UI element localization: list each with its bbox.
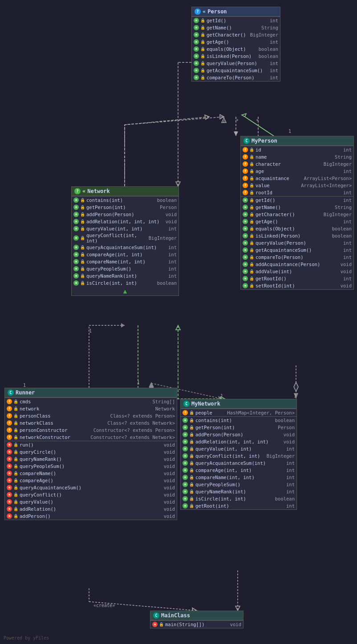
table-row: m 🔒 compareName() void <box>5 470 177 477</box>
svg-text:*: * <box>236 119 239 123</box>
person-class: ? « Person m 🔒 getId() int m 🔒 getName()… <box>191 7 280 82</box>
svg-marker-1 <box>234 131 238 136</box>
table-row: m 🔒 main(String[]) void <box>150 621 243 628</box>
svg-marker-13 <box>121 323 125 328</box>
table-row: m 🔒 addRelation(int, int, int) void <box>72 218 178 225</box>
mainclass-title: MainClass <box>161 612 190 619</box>
person-title: Person <box>207 8 227 15</box>
table-row: m 🔒 queryConflict() void <box>5 491 177 498</box>
method-icon: m <box>194 75 199 80</box>
table-row: m 🔒 addPerson(Person) void <box>72 211 178 218</box>
table-row: m 🔒 compareAge() void <box>5 477 177 484</box>
table-row: m 🔒 addValue(int) void <box>241 268 353 275</box>
table-row: m 🔒 run() void <box>5 441 177 448</box>
mainclass-icon: C <box>153 612 159 619</box>
table-row: f 🔒 networkClass Class<? extends Network… <box>5 419 177 427</box>
svg-text:«create»: «create» <box>93 603 115 608</box>
svg-line-39 <box>245 117 274 136</box>
table-row: m 🔒 compareAge(int, int) int <box>72 251 178 258</box>
table-row: m 🔒 queryValue(Person) int <box>192 60 280 67</box>
table-row: m 🔒 queryAcquaintanceSum() void <box>5 484 177 491</box>
method-icon: m <box>194 18 199 23</box>
table-row: m 🔒 queryNameRank() void <box>5 455 177 463</box>
table-row: f 🔒 id int <box>241 146 353 153</box>
svg-marker-6 <box>176 182 180 186</box>
table-row: m 🔒 addAcquaintance(Person) void <box>241 261 353 268</box>
runner-icon: C <box>8 390 14 396</box>
table-row: m 🔒 isCircle(int, int) boolean <box>72 279 178 287</box>
svg-text:*: * <box>256 119 259 123</box>
person-header: ? « Person <box>192 7 280 16</box>
runner-title: Runner <box>16 390 35 396</box>
myperson-header: C MyPerson <box>241 136 353 146</box>
table-row: f 🔒 network Network <box>5 405 177 412</box>
method-icon: m <box>194 61 199 66</box>
svg-line-23 <box>89 602 197 611</box>
svg-line-8 <box>125 117 224 125</box>
table-row: f 🔒 name String <box>241 153 353 160</box>
svg-marker-42 <box>176 325 180 330</box>
table-row: m 🔒 contains(int) boolean <box>181 417 296 424</box>
network-title: Network <box>87 188 110 194</box>
table-row: m 🔒 getName() String <box>241 204 353 211</box>
table-row: f 🔒 acquaintance ArrayList<Person> <box>241 175 353 182</box>
table-row: m 🔒 queryAcquaintanceSum(int) int <box>72 244 178 251</box>
mynetwork-class: C MyNetwork f 🔒 people HashMap<Integer, … <box>180 399 297 510</box>
table-row: m 🔒 setRootId(int) void <box>241 282 353 289</box>
table-row: f 🔒 networkConstructor Constructor<? ext… <box>5 434 177 441</box>
table-row: m 🔒 queryPeopleSum() int <box>72 265 178 272</box>
mynetwork-title: MyNetwork <box>191 401 220 407</box>
table-row: m 🔒 addRelation() void <box>5 505 177 513</box>
table-row: m 🔒 queryPeopleSum() void <box>5 463 177 470</box>
svg-text:1: 1 <box>294 394 296 398</box>
network-icon: ? <box>74 188 81 194</box>
method-icon: m <box>194 32 199 37</box>
table-row: m 🔒 queryPeopleSum() int <box>181 481 296 488</box>
table-row: f 🔒 people HashMap<Integer, Person> <box>181 409 296 416</box>
table-row: m 🔒 queryConflict(int, int) BigInteger <box>72 232 178 244</box>
svg-marker-3 <box>222 118 226 123</box>
footer: Powered by yFiles <box>4 636 49 640</box>
table-row: m 🔒 contains(int) boolean <box>72 197 178 204</box>
table-row: m 🔒 compareName(int, int) int <box>72 258 178 265</box>
network-header: ? « Network <box>72 187 178 196</box>
svg-text:1: 1 <box>288 129 291 134</box>
table-row: m 🔒 getRootId() int <box>241 275 353 282</box>
method-icon: m <box>194 25 199 30</box>
method-icon: m <box>194 46 199 52</box>
myperson-class: C MyPerson f 🔒 id int f 🔒 name String f … <box>240 136 354 290</box>
table-row: f 🔒 personClass Class<? extends Person> <box>5 412 177 419</box>
svg-marker-40 <box>242 114 246 117</box>
table-row: f 🔒 cmds String[] <box>5 398 177 405</box>
table-row: m 🔒 addPerson() void <box>5 513 177 520</box>
table-row: m 🔒 getId() int <box>241 197 353 204</box>
svg-text:1: 1 <box>89 328 92 333</box>
mainclass-class: C MainClass m 🔒 main(String[]) void <box>150 611 243 628</box>
table-row: f 🔒 value ArrayList<Integer> <box>241 182 353 189</box>
network-class: ? « Network m 🔒 contains(int) boolean m … <box>71 186 179 296</box>
table-row: m 🔒 getAge() int <box>241 218 353 225</box>
table-row: m 🔒 getPerson(int) Person <box>181 424 296 431</box>
table-row: m 🔒 getAge() int <box>192 38 280 45</box>
table-row: f 🔒 character BigInteger <box>241 160 353 168</box>
method-icon: m <box>194 53 199 59</box>
mynetwork-icon: C <box>183 401 190 407</box>
table-row: m 🔒 getAcquaintanceSum() int <box>192 67 280 74</box>
table-row: m 🔒 queryValue(Person) int <box>241 239 353 246</box>
runner-class: C Runner f 🔒 cmds String[] f 🔒 network N… <box>4 388 177 520</box>
svg-marker-36 <box>294 382 298 391</box>
table-row: m 🔒 queryNameRank(int) int <box>181 488 296 495</box>
svg-marker-21 <box>294 393 298 399</box>
svg-text:1: 1 <box>220 394 223 398</box>
table-row: m 🔒 queryValue(int, int) int <box>72 225 178 232</box>
myperson-icon: C <box>243 138 250 144</box>
table-row: m 🔒 compareTo(Person) int <box>192 74 280 81</box>
table-row: m 🔒 addPerson(Person) void <box>181 431 296 438</box>
table-row: m 🔒 queryConflict(int, int) BigInteger <box>181 452 296 459</box>
method-icon: m <box>194 68 199 73</box>
table-row: f 🔒 rootId int <box>241 189 353 196</box>
table-row: m 🔒 getPerson(int) Person <box>72 204 178 211</box>
table-row: m 🔒 getId() int <box>192 17 280 24</box>
diagram-canvas: «create» 1 1 1 1 1 1 * * ? « Person <box>0 0 357 644</box>
svg-text:1: 1 <box>23 383 26 388</box>
